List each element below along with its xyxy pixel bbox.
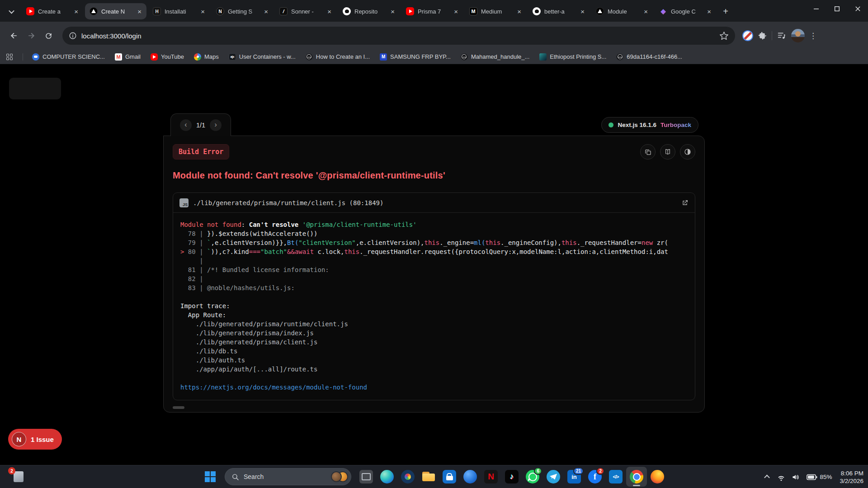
tab-module[interactable]: Module× (591, 3, 653, 19)
taskbar-app-telegram[interactable] (543, 467, 564, 487)
taskbar-app-firefox[interactable] (647, 467, 668, 487)
youtube-favicon (151, 53, 158, 61)
tab-create-a[interactable]: Create a× (22, 3, 83, 19)
bookmark-ethiopost-printing-s-[interactable]: Ethiopost Printing S... (539, 53, 606, 61)
tab-getting-s[interactable]: NGetting S× (212, 3, 273, 19)
tab-close-icon[interactable]: × (516, 8, 523, 15)
taskbar-app-microsoft-store[interactable] (439, 467, 460, 487)
horizontal-scrollbar[interactable] (173, 406, 184, 409)
copy-error-button[interactable] (640, 144, 656, 160)
code-line: 79 | `,e.clientVersion)}},Bt("clientVers… (180, 238, 688, 247)
apps-grid-button[interactable] (6, 54, 14, 60)
wifi-icon[interactable] (777, 473, 786, 482)
address-bar[interactable]: localhost:3000/login (62, 27, 735, 45)
tab-strip: Create a×Create N×HInstallati×NGetting S… (0, 0, 868, 22)
previous-error-button[interactable]: ‹ (180, 119, 192, 131)
bookmark-samsung-frp-byp-[interactable]: MSAMSUNG FRP BYP... (380, 53, 451, 61)
bookmark-items: COMPUTER SCIENC...MGmailYouTubeMapsa|xUs… (32, 53, 682, 61)
tab-close-icon[interactable]: × (326, 8, 333, 15)
tab-google-c[interactable]: ◆Google C× (655, 3, 716, 19)
adblock-extension-icon[interactable] (742, 30, 753, 41)
taskbar-app-file-explorer[interactable] (418, 467, 439, 487)
tab-reposito[interactable]: Reposito× (338, 3, 400, 19)
taskbar-app-whatsapp[interactable]: 6 (522, 467, 543, 487)
bookmark-mahamed-handule-[interactable]: Mahamed_handule_... (461, 53, 529, 61)
tab-installati[interactable]: HInstallati× (148, 3, 210, 19)
tab-create-n[interactable]: Create N× (85, 3, 146, 19)
preferences-button[interactable] (680, 144, 695, 160)
search-icon (231, 473, 239, 481)
trace-text: ./app/api/auth/[...all]/route.ts (180, 366, 317, 373)
code-segment: @noble/hashes/utils.js: (207, 284, 295, 291)
taskbar-clock[interactable]: 8:06 PM 3/2/2026 (840, 469, 863, 485)
bookmark-69da1164-c16f-466-[interactable]: 69da1164-c16f-466... (616, 53, 682, 61)
bookmark-user-containers-w-[interactable]: a|xUser Containers - w... (229, 53, 296, 61)
extensions-puzzle-icon[interactable] (758, 31, 767, 41)
taskbar-app-tiktok[interactable]: ♪ (501, 467, 522, 487)
code-segment: this (424, 239, 439, 246)
tab-close-icon[interactable]: × (642, 8, 649, 15)
tab-close-icon[interactable]: × (136, 8, 143, 15)
start-button[interactable] (200, 467, 220, 487)
open-in-editor-icon[interactable] (681, 199, 689, 206)
bookmark-label: Gmail (125, 53, 141, 60)
taskbar-corner-app[interactable]: 2 (11, 469, 26, 484)
globe-favicon (306, 53, 313, 61)
url-text[interactable]: localhost:3000/login (81, 32, 715, 40)
bookmark-gmail[interactable]: MGmail (115, 53, 141, 61)
maximize-button[interactable] (826, 0, 847, 17)
bookmark-how-to-create-an-i-[interactable]: How to Create an I... (306, 53, 370, 61)
code-line: Module not found: Can't resolve '@prisma… (180, 220, 688, 229)
netflix-icon: N (484, 470, 498, 483)
trace-text: ./lib/auth.ts (180, 357, 245, 364)
back-button[interactable] (6, 28, 22, 43)
tray-overflow-chevron-icon[interactable] (764, 475, 770, 481)
taskbar-app-vscode[interactable]: </> (605, 467, 626, 487)
tab-better-a[interactable]: better-a× (528, 3, 590, 19)
taskbar-app-netflix[interactable]: N (481, 467, 501, 487)
taskbar-app-linkedin[interactable]: in21 (564, 467, 585, 487)
tab-close-icon[interactable]: × (389, 8, 396, 15)
tab-close-icon[interactable]: × (453, 8, 459, 15)
next-error-button[interactable]: › (210, 119, 222, 131)
code-segment: ._requestHandler= (577, 239, 642, 246)
nextjs-version-badge[interactable]: Next.js 16.1.6 Turbopack (601, 117, 698, 133)
tab-close-icon[interactable]: × (263, 8, 269, 15)
volume-icon[interactable] (792, 473, 801, 482)
tab-sonner-[interactable]: /Sonner -× (275, 3, 336, 19)
close-button[interactable] (847, 0, 868, 17)
taskbar-app-snipping-tool[interactable] (356, 467, 377, 487)
profile-avatar[interactable] (791, 29, 805, 42)
bookmark-youtube[interactable]: YouTube (151, 53, 184, 61)
trace-text: ./lib/generated/prisma/client.js (180, 338, 317, 346)
forward-button[interactable] (24, 28, 39, 43)
battery-status[interactable]: 85% (807, 474, 832, 480)
bookmark-computer-scienc-[interactable]: COMPUTER SCIENC... (32, 53, 105, 61)
new-tab-button[interactable]: + (719, 5, 732, 18)
taskbar-search[interactable]: Search (225, 468, 351, 485)
tab-medium[interactable]: MMedium× (465, 3, 526, 19)
tab-close-icon[interactable]: × (579, 8, 586, 15)
taskbar-app-photos[interactable] (397, 467, 418, 487)
taskbar-app-facebook[interactable]: f2 (585, 467, 605, 487)
issue-count-badge[interactable]: N 1 Issue (8, 429, 62, 450)
bookmark-star-icon[interactable] (719, 31, 729, 41)
site-info-icon[interactable] (69, 32, 77, 40)
minimize-button[interactable] (806, 0, 826, 17)
taskbar-app-edge[interactable] (377, 467, 397, 487)
tab-prisma-7[interactable]: Prisma 7× (401, 3, 463, 19)
bookmark-label: Maps (204, 53, 219, 60)
media-controls-icon[interactable] (777, 31, 787, 41)
taskbar-app-edge-blue[interactable] (460, 467, 481, 487)
docs-button[interactable] (660, 144, 675, 160)
tab-close-icon[interactable]: × (706, 8, 712, 15)
browser-menu-icon[interactable]: ⋮ (809, 31, 817, 41)
search-highlight-image[interactable] (331, 471, 348, 482)
bookmark-maps[interactable]: Maps (194, 53, 219, 61)
taskbar-app-chrome[interactable] (626, 467, 647, 487)
reload-button[interactable] (41, 28, 56, 43)
tab-close-icon[interactable]: × (73, 8, 80, 15)
tab-close-icon[interactable]: × (199, 8, 206, 15)
tab-search-button[interactable] (5, 5, 18, 18)
module-not-found-docs-link[interactable]: https://nextjs.org/docs/messages/module-… (180, 384, 367, 391)
